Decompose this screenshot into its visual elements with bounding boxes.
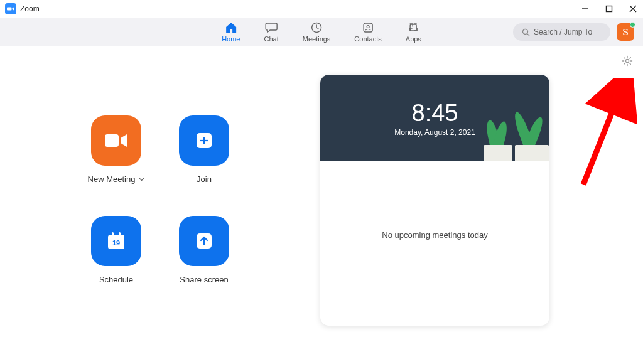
window-close-button[interactable] [628, 4, 638, 14]
new-meeting-label: New Meeting [88, 174, 136, 184]
new-meeting-button[interactable] [91, 115, 141, 166]
search-input[interactable]: Search / Jump To [513, 23, 610, 41]
settings-button[interactable] [622, 55, 633, 69]
schedule-button[interactable]: 19 [91, 216, 141, 266]
window-minimize-button[interactable] [580, 4, 590, 14]
profile-avatar[interactable]: S [617, 23, 634, 41]
clock-icon [310, 21, 323, 34]
actions-panel: New Meeting Join 19 [0, 46, 320, 364]
clock-date: Monday, August 2, 2021 [394, 128, 475, 137]
tab-home[interactable]: Home [222, 18, 240, 46]
svg-text:19: 19 [112, 239, 120, 247]
calendar-card: 8:45 Monday, August 2, 2021 No upcoming … [320, 75, 549, 326]
svg-rect-16 [112, 232, 114, 237]
apps-icon [406, 21, 420, 34]
svg-rect-11 [105, 134, 119, 147]
home-icon [224, 21, 238, 34]
clock-time: 8:45 [412, 100, 458, 127]
presence-indicator [630, 22, 635, 28]
video-icon [104, 132, 128, 149]
chevron-down-icon[interactable] [139, 178, 144, 181]
meetings-empty-state: No upcoming meetings today [320, 161, 549, 240]
contacts-icon [361, 21, 375, 34]
svg-point-6 [367, 26, 369, 28]
join-button[interactable] [179, 115, 229, 166]
main-content: New Meeting Join 19 [0, 46, 643, 364]
share-icon [195, 232, 213, 250]
window-maximize-button[interactable] [604, 4, 614, 14]
window-title: Zoom [20, 4, 40, 13]
titlebar: Zoom [0, 0, 643, 18]
svg-rect-7 [410, 24, 416, 31]
join-label: Join [197, 174, 212, 184]
tab-meetings[interactable]: Meetings [303, 18, 331, 46]
svg-point-10 [626, 60, 629, 63]
plus-icon [195, 132, 213, 149]
share-screen-button[interactable] [179, 216, 229, 266]
tab-contacts[interactable]: Contacts [354, 18, 381, 46]
svg-point-8 [523, 29, 528, 34]
search-icon [522, 28, 530, 36]
tab-chat[interactable]: Chat [264, 18, 278, 46]
tab-apps[interactable]: Apps [406, 18, 421, 46]
chat-icon [264, 21, 278, 34]
calendar-panel: 8:45 Monday, August 2, 2021 No upcoming … [320, 46, 643, 364]
svg-line-9 [527, 33, 530, 36]
svg-rect-1 [607, 6, 612, 12]
main-toolbar: Home Chat Meetings Contacts Apps Search … [0, 18, 643, 46]
zoom-logo-icon [5, 3, 16, 14]
clock-hero: 8:45 Monday, August 2, 2021 [320, 75, 549, 161]
schedule-label: Schedule [99, 275, 133, 284]
calendar-icon: 19 [106, 231, 126, 251]
share-label: Share screen [180, 275, 228, 284]
svg-rect-17 [119, 232, 121, 237]
